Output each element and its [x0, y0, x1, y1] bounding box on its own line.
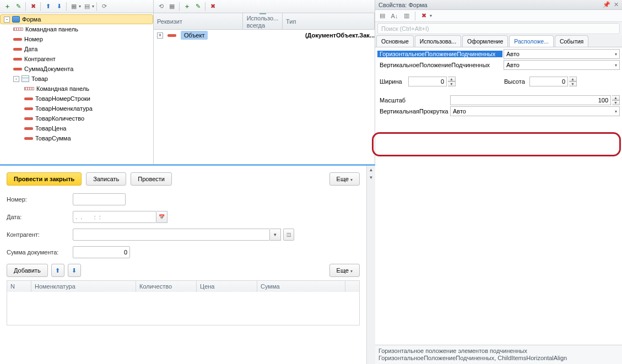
tree-label: Командная панель	[36, 85, 89, 92]
edit-icon[interactable]: ✎	[13, 2, 23, 12]
del-attr-icon[interactable]: ✖	[208, 2, 218, 12]
tree-item[interactable]: Дата	[0, 44, 153, 54]
down-icon[interactable]: ⬇	[54, 2, 64, 12]
tree-label: ТоварСумма	[35, 135, 71, 142]
sort-cat-icon[interactable]: ▤	[377, 11, 387, 21]
attr-icon	[24, 137, 33, 140]
props-search[interactable]: Поиск (Ctrl+Alt+I)	[377, 23, 620, 34]
cmd-icon	[13, 28, 23, 31]
date-label: Дата:	[7, 214, 73, 220]
more-button[interactable]: Еще▾	[329, 172, 360, 186]
clear-icon[interactable]: ✖	[419, 11, 429, 21]
tree-item[interactable]: ТоварЦена	[0, 123, 153, 133]
tree-item[interactable]: ТоварСумма	[0, 133, 153, 143]
tree-label: СуммаДокумента	[24, 66, 73, 72]
contractor-label: Контрагент:	[7, 231, 73, 238]
grid2-icon[interactable]: ▤	[82, 2, 92, 12]
tree-item[interactable]: Командная панель	[0, 24, 153, 34]
sum-label: Сумма документа:	[7, 249, 73, 256]
number-label: Номер:	[7, 196, 73, 203]
attr-icon	[13, 58, 22, 61]
close-icon[interactable]: ✕	[614, 1, 619, 8]
object-row[interactable]: + Объект (ДокументОбъект.Зак...	[154, 30, 375, 41]
columns-icon[interactable]: ▦	[167, 2, 177, 12]
add-row-button[interactable]: Добавить	[7, 264, 48, 277]
props-toolbar: ▤ A↓ ▥ ✖▾	[375, 10, 622, 22]
prop-valign-label: ВертикальноеПоложениеПодчиненных	[377, 62, 502, 68]
highlight-annotation	[372, 132, 621, 156]
refresh-icon[interactable]: ⟳	[99, 2, 109, 12]
tree-item[interactable]: -Форма	[0, 14, 153, 24]
date-field[interactable]	[73, 211, 156, 223]
expand-icon[interactable]: -	[13, 76, 19, 82]
prop-width-label: Ширина	[377, 78, 407, 85]
add-attr-icon[interactable]: ＋	[182, 2, 192, 12]
props-tabs: ОсновныеИспользова...ОформлениеРасположе…	[375, 35, 622, 47]
post-close-button[interactable]: Провести и закрыть	[7, 172, 82, 186]
delete-icon[interactable]: ✖	[28, 2, 38, 12]
calendar-icon[interactable]: 📅	[156, 211, 167, 223]
expand-icon[interactable]: +	[157, 32, 163, 39]
form-preview: Провести и закрыть Записать Провести Еще…	[0, 166, 366, 364]
prop-scale-field[interactable]	[450, 95, 611, 105]
pin-icon[interactable]: 📌	[603, 1, 610, 8]
tree-item[interactable]: ТоварНомерСтроки	[0, 94, 153, 104]
props-tab[interactable]: Использова...	[415, 35, 461, 47]
save-button[interactable]: Записать	[86, 172, 126, 186]
tree-label: Номер	[24, 36, 43, 42]
col-header[interactable]: Количество	[136, 281, 197, 292]
open-icon[interactable]: ◫	[283, 229, 294, 241]
grid-icon[interactable]: ▦	[69, 2, 79, 12]
filter-icon[interactable]: ▥	[402, 11, 412, 21]
prop-halign-select[interactable]: Авто▾	[504, 49, 620, 59]
tree-item[interactable]: Номер	[0, 34, 153, 44]
tree-item[interactable]: СуммаДокумента	[0, 64, 153, 74]
dropdown-icon[interactable]: ▾	[270, 229, 281, 241]
refresh-attrs-icon[interactable]: ⟲	[156, 2, 166, 12]
tree-item[interactable]: -Товар	[0, 74, 153, 84]
attr-icon	[24, 117, 33, 120]
col-header[interactable]: Цена	[197, 281, 257, 292]
preview-vscroll[interactable]: ▲ ▼	[366, 166, 375, 364]
attr-icon	[24, 97, 33, 100]
prop-height-field[interactable]	[529, 77, 568, 86]
move-up-icon[interactable]: ⬆	[51, 264, 64, 277]
tree-item[interactable]: Контрагент	[0, 54, 153, 64]
spin-down-icon[interactable]: ▼	[448, 82, 456, 86]
col-header[interactable]: N	[7, 281, 31, 292]
tree-label: Контрагент	[24, 56, 56, 62]
attrs-header: Реквизит Использо...всегда Тип	[154, 13, 375, 30]
cmd-icon	[24, 87, 34, 90]
tbl-icon	[21, 75, 29, 82]
table-more-button[interactable]: Еще▾	[329, 264, 360, 277]
post-button[interactable]: Провести	[131, 172, 172, 186]
expand-icon[interactable]: -	[4, 17, 10, 23]
items-table[interactable]: NНоменклатураКоличествоЦенаСумма	[7, 280, 360, 325]
add-icon[interactable]: ＋	[2, 2, 12, 12]
prop-valign-select[interactable]: Авто▾	[504, 60, 620, 70]
col-header[interactable]: Номенклатура	[31, 281, 136, 292]
number-field[interactable]	[73, 193, 126, 205]
tree-label: ТоварЦена	[35, 125, 66, 132]
tree-item[interactable]: ТоварНоменклатура	[0, 104, 153, 113]
tree-item[interactable]: Командная панель	[0, 84, 153, 94]
props-tab[interactable]: Оформление	[462, 35, 508, 47]
props-tab[interactable]: События	[555, 35, 588, 47]
move-down-icon[interactable]: ⬇	[68, 264, 81, 277]
prop-halign-label[interactable]: ГоризонтальноеПоложениеПодчиненных	[377, 51, 502, 57]
spin-up-icon[interactable]: ▲	[448, 77, 456, 82]
sort-az-icon[interactable]: A↓	[390, 11, 399, 21]
up-icon[interactable]: ⬆	[43, 2, 53, 12]
props-tab[interactable]: Основные	[376, 35, 414, 47]
sum-field[interactable]	[73, 246, 130, 258]
attr-icon	[24, 107, 33, 110]
tree-label: Командная панель	[25, 26, 78, 32]
edit-attr-icon[interactable]: ✎	[193, 2, 203, 12]
contractor-field[interactable]	[73, 229, 270, 241]
prop-vscroll-select[interactable]: Авто▾	[450, 106, 620, 116]
col-header[interactable]: Сумма	[257, 281, 345, 292]
prop-width-field[interactable]	[408, 77, 447, 86]
tree-item[interactable]: ТоварКоличество	[0, 113, 153, 123]
props-tab[interactable]: Расположе...	[509, 35, 554, 47]
props-title: Свойства: Форма 📌✕	[375, 0, 622, 10]
